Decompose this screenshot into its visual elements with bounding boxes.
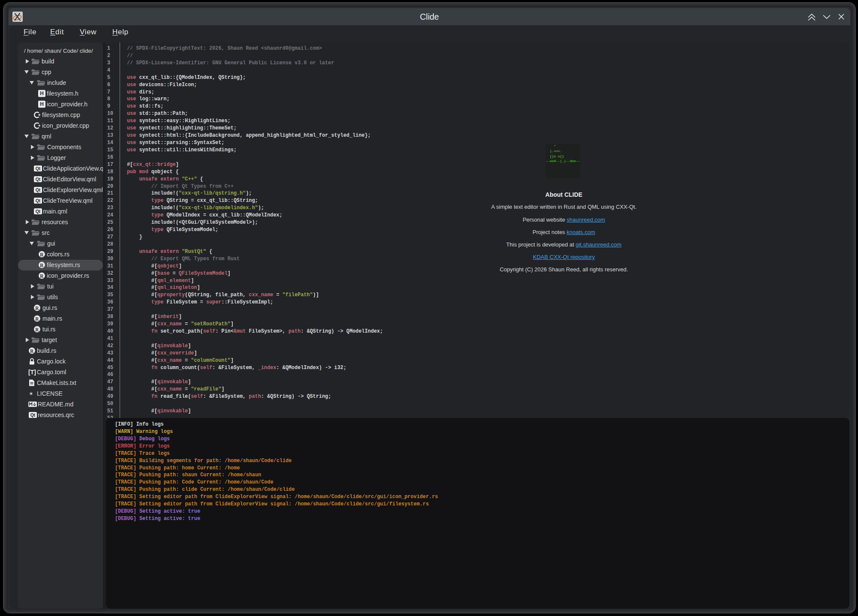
svg-text:R: R [40, 273, 44, 279]
svg-text:R: R [35, 306, 39, 311]
svg-text:H: H [40, 101, 44, 107]
svg-text:H: H [40, 90, 44, 96]
svg-text:Qt: Qt [36, 209, 41, 214]
svg-text:Qt: Qt [36, 187, 41, 192]
svg-text:R: R [35, 327, 39, 332]
svg-text:Qt: Qt [30, 412, 36, 418]
svg-text:Qt: Qt [36, 166, 41, 171]
svg-text:R: R [35, 316, 39, 322]
svg-text:R: R [30, 349, 34, 354]
svg-text:R: R [40, 263, 44, 268]
svg-text:Qt: Qt [36, 177, 41, 182]
svg-text:Qt: Qt [36, 198, 41, 203]
svg-text:R: R [40, 252, 44, 257]
